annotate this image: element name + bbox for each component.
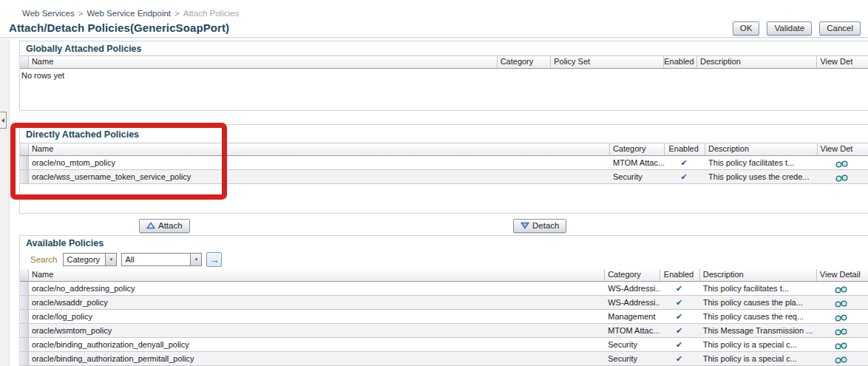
row-select-gutter[interactable] [20, 296, 29, 309]
view-detail-glasses-icon[interactable] [835, 342, 847, 350]
cell-category: Security [605, 352, 660, 365]
column-header-name[interactable]: Name [29, 56, 498, 68]
search-go-button[interactable]: → [206, 252, 222, 267]
row-select-gutter[interactable] [20, 324, 29, 337]
column-header-enabled[interactable]: Enabled [664, 56, 697, 68]
enabled-check-icon: ✔ [676, 340, 682, 349]
view-detail-glasses-icon[interactable] [835, 174, 848, 182]
cell-policy-name: oracle/wsaddr_policy [29, 296, 605, 309]
enabled-check-icon: ✔ [676, 312, 682, 321]
column-header-view-detail[interactable]: View Det [817, 56, 868, 68]
view-detail-glasses-icon[interactable] [835, 286, 847, 294]
column-header-description[interactable]: Description [697, 56, 817, 68]
cell-policy-name: oracle/log_policy [29, 310, 605, 323]
view-detail-glasses-icon[interactable] [835, 314, 847, 322]
column-header-description[interactable]: Description [705, 143, 817, 155]
column-header-name[interactable]: Name [29, 143, 610, 155]
available-policies-section: Available Policies Search Category ▼ All… [19, 235, 868, 366]
row-select-gutter[interactable] [20, 282, 29, 295]
row-select-gutter[interactable] [20, 156, 29, 169]
column-header-description[interactable]: Description [700, 269, 817, 281]
collapse-arrow-icon [1, 118, 4, 123]
cell-description: This policy causes the pla... [700, 296, 817, 309]
column-header-category[interactable]: Category [605, 269, 660, 281]
breadcrumb-link-web-services[interactable]: Web Services [22, 9, 75, 18]
directly-attached-policies-section: Directly Attached Policies Name Category… [19, 124, 868, 214]
cell-view-detail [817, 338, 868, 351]
cell-view-detail [817, 310, 868, 323]
empty-state-text: No rows yet [20, 69, 868, 82]
cell-description: This policy causes the req... [700, 310, 817, 323]
globally-table-header: Name Category Policy Set Enabled Descrip… [20, 56, 868, 69]
cell-view-detail [818, 170, 868, 183]
search-value-selected-value: All [122, 254, 190, 265]
attach-button-label: Attach [158, 221, 183, 230]
column-header-enabled[interactable]: Enabled [660, 269, 699, 281]
cell-view-detail [818, 156, 868, 169]
cell-policy-name: oracle/wss_username_token_service_policy [29, 170, 610, 183]
cancel-button[interactable]: Cancel [819, 21, 861, 35]
go-arrow-icon: → [209, 254, 219, 265]
column-header-view-detail[interactable]: View Detail [817, 269, 868, 281]
table-row[interactable]: oracle/log_policyManagement✔This policy … [20, 310, 868, 324]
cell-category: Security [605, 338, 660, 351]
pane-collapse-handle[interactable] [0, 112, 7, 129]
table-row[interactable]: oracle/wsmtom_policyMTOM Attac...✔This M… [20, 324, 868, 338]
enabled-check-icon: ✔ [681, 158, 688, 167]
column-header-name[interactable]: Name [29, 269, 605, 281]
table-row[interactable]: oracle/binding_authorization_permitall_p… [20, 352, 868, 366]
breadcrumb-link-web-service-endpoint[interactable]: Web Service Endpoint [87, 9, 171, 18]
section-title-directly: Directly Attached Policies [20, 125, 868, 143]
view-detail-glasses-icon[interactable] [835, 328, 847, 336]
dropdown-arrow-icon[interactable]: ▼ [105, 254, 116, 265]
table-row[interactable]: oracle/wss_username_token_service_policy… [20, 170, 868, 184]
detach-button[interactable]: Detach [513, 219, 566, 233]
dropdown-arrow-icon[interactable]: ▼ [190, 254, 201, 265]
view-detail-glasses-icon[interactable] [835, 356, 847, 364]
column-header-enabled[interactable]: Enabled [665, 143, 705, 155]
view-detail-glasses-icon[interactable] [835, 300, 847, 308]
validate-button[interactable]: Validate [767, 21, 812, 35]
table-row[interactable]: oracle/wsaddr_policyWS-Addressi...✔This … [20, 296, 868, 310]
row-select-gutter[interactable] [20, 310, 29, 323]
search-label: Search [30, 255, 57, 264]
search-bar: Search Category ▼ All ▼ → [20, 250, 868, 269]
column-header-category[interactable]: Category [610, 143, 665, 155]
cell-category: MTOM Attac... [605, 324, 660, 337]
table-row[interactable]: oracle/no_addressing_policyWS-Addressi..… [20, 282, 868, 296]
section-title-globally: Globally Attached Policies [20, 41, 868, 56]
view-detail-glasses-icon[interactable] [835, 160, 848, 168]
detach-down-arrow-icon [521, 222, 529, 229]
cell-description: This policy facilitates t... [700, 282, 817, 295]
search-field-selected-value: Category [64, 254, 105, 265]
enabled-check-icon: ✔ [676, 298, 682, 307]
cell-category: Security [610, 170, 665, 183]
table-row[interactable]: oracle/no_mtom_policy MTOM Attac... ✔ Th… [20, 156, 868, 170]
cell-category: WS-Addressi... [605, 282, 660, 295]
cell-description: This policy uses the crede... [705, 170, 817, 183]
row-gutter-header [20, 269, 29, 281]
header-divider [0, 37, 868, 38]
row-select-gutter[interactable] [20, 352, 29, 365]
attach-button[interactable]: Attach [139, 219, 190, 233]
left-gutter-strip [0, 39, 10, 366]
cell-view-detail [817, 296, 868, 309]
column-header-category[interactable]: Category [498, 56, 552, 68]
cell-category: WS-Addressi... [605, 296, 660, 309]
table-row[interactable]: oracle/binding_authorization_denyall_pol… [20, 338, 868, 352]
column-header-policy-set[interactable]: Policy Set [551, 56, 664, 68]
section-title-available: Available Policies [20, 236, 868, 250]
ok-button[interactable]: OK [733, 21, 760, 35]
search-field-select[interactable]: Category ▼ [63, 253, 117, 266]
cell-description: This Message Transmission ... [700, 324, 817, 337]
attach-up-arrow-icon [146, 222, 155, 229]
cell-view-detail [817, 282, 868, 295]
available-table-header: Name Category Enabled Description View D… [20, 269, 868, 282]
search-value-select[interactable]: All ▼ [121, 253, 202, 266]
breadcrumb-separator: > [174, 9, 180, 18]
column-header-view-detail[interactable]: View Det [818, 143, 868, 155]
cell-description: This policy facilitates t... [705, 156, 817, 169]
row-select-gutter[interactable] [20, 170, 29, 183]
row-select-gutter[interactable] [20, 338, 29, 351]
cell-policy-name: oracle/no_addressing_policy [29, 282, 605, 295]
